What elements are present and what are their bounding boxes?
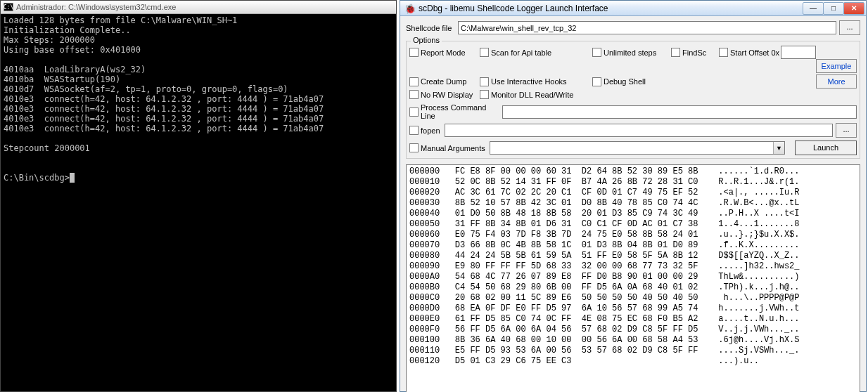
debug-shell-checkbox[interactable]: Debug Shell	[592, 77, 671, 86]
scdbg-title: scDbg - libemu Shellcode Logger Launch I…	[419, 4, 608, 13]
scdbg-window: 🐞 scDbg - libemu Shellcode Logger Launch…	[400, 0, 867, 392]
process-cmdline-checkbox[interactable]: Process Command Line	[409, 103, 502, 120]
cmd-title: Administrador: C:\Windows\system32\cmd.e…	[16, 3, 176, 11]
shellcode-file-label: Shellcode file	[406, 24, 455, 32]
report-mode-checkbox[interactable]: Report Mode	[409, 48, 480, 57]
unlimited-steps-checkbox[interactable]: Unlimited steps	[592, 48, 671, 57]
cmd-window: C:\ Administrador: C:\Windows\system32\c…	[0, 0, 397, 392]
more-button[interactable]: More	[816, 74, 857, 89]
fopen-browse-button[interactable]: ...	[836, 123, 857, 138]
scan-api-checkbox[interactable]: Scan for Api table	[480, 48, 592, 57]
findsc-checkbox[interactable]: FindSc	[671, 48, 719, 57]
launch-button[interactable]: Launch	[795, 141, 857, 155]
fopen-input[interactable]	[445, 124, 833, 137]
scdbg-titlebar[interactable]: 🐞 scDbg - libemu Shellcode Logger Launch…	[400, 1, 866, 16]
manual-args-combo[interactable]: ▼	[490, 141, 785, 155]
chevron-down-icon: ▼	[773, 142, 784, 154]
bug-icon: 🐞	[404, 4, 414, 13]
process-cmdline-input[interactable]	[502, 105, 857, 119]
close-button[interactable]: ✕	[843, 2, 864, 15]
cmd-output[interactable]: Loaded 128 bytes from file C:\Malware\WI…	[1, 14, 396, 184]
browse-button[interactable]: ...	[839, 20, 860, 35]
minimize-button[interactable]: —	[803, 2, 824, 15]
create-dump-checkbox[interactable]: Create Dump	[409, 77, 480, 86]
use-hooks-checkbox[interactable]: Use Interactive Hooks	[480, 77, 592, 86]
window-buttons: — □ ✕	[803, 2, 864, 15]
scdbg-body: Shellcode file ... Options Report Mode S…	[400, 16, 866, 392]
no-rw-checkbox[interactable]: No RW Display	[409, 90, 480, 99]
options-frame: Options Report Mode Scan for Api table U…	[406, 41, 860, 159]
maximize-button[interactable]: □	[823, 2, 844, 15]
monitor-dll-checkbox[interactable]: Monitor DLL Read/Write	[480, 90, 573, 99]
manual-args-checkbox[interactable]: Manual Arguments	[409, 143, 490, 152]
example-button[interactable]: Example	[816, 59, 857, 73]
cmd-titlebar[interactable]: C:\ Administrador: C:\Windows\system32\c…	[1, 1, 396, 14]
fopen-checkbox[interactable]: fopen	[409, 126, 445, 135]
shellcode-file-row: Shellcode file ...	[406, 20, 860, 35]
cmd-icon: C:\	[4, 3, 13, 11]
shellcode-file-input[interactable]	[458, 21, 836, 34]
start-offset-input[interactable]	[781, 46, 816, 59]
start-offset-checkbox[interactable]: Start Offset 0x	[719, 48, 779, 57]
options-legend: Options	[411, 36, 442, 44]
hex-dump-output[interactable]: 000000 FC E8 8F 00 00 00 60 31 D2 64 8B …	[406, 164, 860, 392]
